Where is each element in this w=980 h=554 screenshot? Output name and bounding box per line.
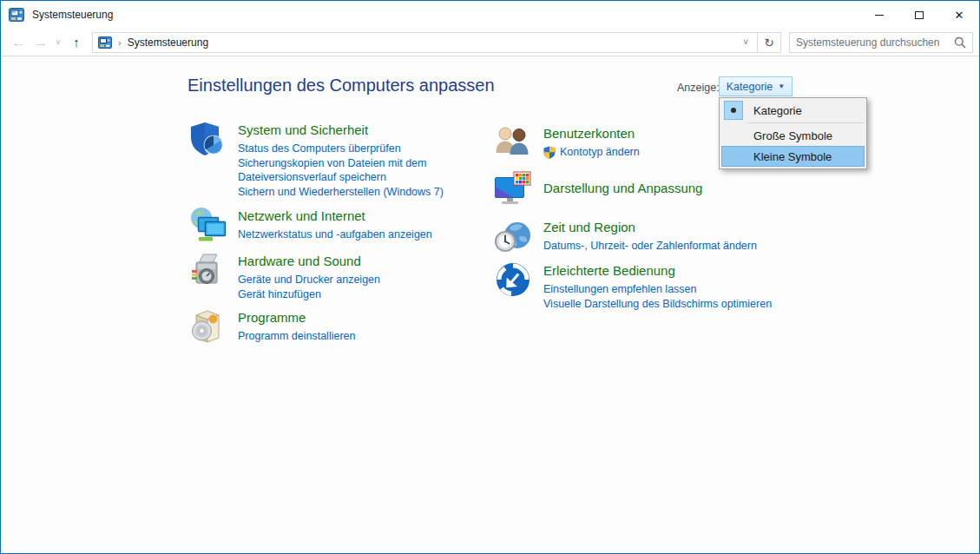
category-erleichterte-bedienung: Erleichterte Bedienung Einstellungen emp… xyxy=(494,261,772,311)
search-input[interactable] xyxy=(796,36,954,49)
view-by-label: Anzeige: xyxy=(677,82,720,94)
maximize-button[interactable] xyxy=(899,1,939,29)
category-title[interactable]: Erleichterte Bedienung xyxy=(543,262,772,280)
up-icon[interactable]: ↑ xyxy=(64,35,89,49)
window-title: Systemsteuerung xyxy=(32,9,113,21)
menu-item-kleine-symbole[interactable]: Kleine Symbole xyxy=(721,146,865,167)
category-link[interactable]: Status des Computers überprüfen xyxy=(238,142,446,156)
category-link[interactable]: Datums-, Uhrzeit- oder Zahlenformat ände… xyxy=(543,239,757,254)
category-title[interactable]: Programme xyxy=(238,309,355,326)
clock-globe-icon[interactable] xyxy=(494,217,532,255)
users-icon[interactable] xyxy=(494,123,532,162)
category-link[interactable]: Kontotyp ändern xyxy=(560,145,640,160)
category-programme: Programme Programm deinstallieren xyxy=(188,307,355,346)
category-link[interactable]: Visuelle Darstellung des Bildschirms opt… xyxy=(543,297,772,312)
search-box[interactable] xyxy=(789,32,973,53)
category-zeit-und-region: Zeit und Region Datums-, Uhrzeit- oder Z… xyxy=(494,217,757,255)
recent-pages-chevron-icon[interactable]: ˅ xyxy=(52,38,64,47)
category-benutzerkonten: Benutzerkonten Kontotyp ändern xyxy=(494,123,640,162)
close-button[interactable]: ✕ xyxy=(939,1,979,29)
category-link[interactable]: Sicherungskopien von Dateien mit dem Dat… xyxy=(238,156,446,185)
category-link[interactable]: Sichern und Wiederherstellen (Windows 7) xyxy=(238,185,446,200)
page-title: Einstellungen des Computers anpassen xyxy=(187,76,495,96)
menu-item-grosse-symbole[interactable]: Große Symbole xyxy=(721,125,865,146)
address-bar[interactable]: › Systemsteuerung ˅ xyxy=(92,32,758,53)
back-icon[interactable]: ← xyxy=(7,36,30,49)
menu-item-label: Große Symbole xyxy=(753,129,832,142)
view-by-menu: Kategorie Große Symbole Kleine Symbole xyxy=(719,97,867,169)
minimize-button[interactable] xyxy=(859,1,899,29)
category-link[interactable]: Netzwerkstatus und -aufgaben anzeigen xyxy=(238,228,432,242)
search-icon[interactable] xyxy=(954,36,966,49)
breadcrumb[interactable]: Systemsteuerung xyxy=(128,36,208,49)
navigation-bar: ← → ˅ ↑ › Systemsteuerung ˅ ↻ xyxy=(1,29,979,56)
menu-item-gutter xyxy=(721,125,746,146)
control-panel-window: Systemsteuerung ✕ ← → ˅ ↑ › Systemsteuer xyxy=(0,0,980,554)
printer-icon[interactable] xyxy=(188,251,227,289)
category-title[interactable]: Netzwerk und Internet xyxy=(238,208,432,225)
category-title[interactable]: System und Sicherheit xyxy=(238,122,446,139)
control-panel-breadcrumb-icon[interactable] xyxy=(98,36,112,49)
uac-shield-icon xyxy=(543,146,556,159)
ease-of-access-icon[interactable] xyxy=(494,261,532,299)
category-link[interactable]: Einstellungen empfehlen lassen xyxy=(543,282,772,297)
monitor-palette-icon[interactable] xyxy=(494,169,532,208)
view-by-dropdown[interactable]: Kategorie ▼ xyxy=(719,76,793,96)
category-link[interactable]: Gerät hinzufügen xyxy=(238,287,380,302)
menu-item-label: Kategorie xyxy=(753,104,802,117)
breadcrumb-chevron-icon[interactable]: › xyxy=(118,37,122,48)
menu-separator xyxy=(747,122,865,123)
maximize-icon xyxy=(915,11,924,19)
category-title[interactable]: Hardware und Sound xyxy=(238,253,380,270)
software-box-icon[interactable] xyxy=(188,307,227,346)
network-icon[interactable] xyxy=(188,206,227,244)
shield-icon[interactable] xyxy=(188,120,227,158)
category-title[interactable]: Benutzerkonten xyxy=(543,125,640,142)
menu-item-kategorie[interactable]: Kategorie xyxy=(721,100,865,121)
category-title[interactable]: Darstellung und Anpassung xyxy=(543,180,702,197)
category-link[interactable]: Programm deinstallieren xyxy=(238,329,355,344)
category-netzwerk-und-internet: Netzwerk und Internet Netzwerkstatus und… xyxy=(188,206,432,244)
dropdown-arrow-icon: ▼ xyxy=(778,82,785,90)
menu-item-gutter xyxy=(721,146,746,167)
address-dropdown-chevron-icon[interactable]: ˅ xyxy=(740,37,752,47)
control-panel-app-icon xyxy=(9,8,24,22)
radio-bullet-icon xyxy=(731,108,736,113)
category-link[interactable]: Geräte und Drucker anzeigen xyxy=(238,273,380,287)
window-controls: ✕ xyxy=(859,1,979,29)
minimize-icon xyxy=(875,15,884,16)
category-system-und-sicherheit: System und Sicherheit Status des Compute… xyxy=(188,120,446,199)
category-hardware-und-sound: Hardware und Sound Geräte und Drucker an… xyxy=(188,251,380,301)
selected-marker-background xyxy=(724,101,743,120)
menu-item-label: Kleine Symbole xyxy=(753,150,832,163)
forward-icon[interactable]: → xyxy=(30,36,52,49)
category-darstellung-und-anpassung: Darstellung und Anpassung xyxy=(494,169,702,208)
close-icon: ✕ xyxy=(955,10,964,21)
menu-item-gutter xyxy=(721,100,746,121)
category-title[interactable]: Zeit und Region xyxy=(543,219,757,236)
view-by-value: Kategorie xyxy=(727,81,773,93)
refresh-icon[interactable]: ↻ xyxy=(758,32,781,53)
titlebar: Systemsteuerung ✕ xyxy=(1,1,979,29)
